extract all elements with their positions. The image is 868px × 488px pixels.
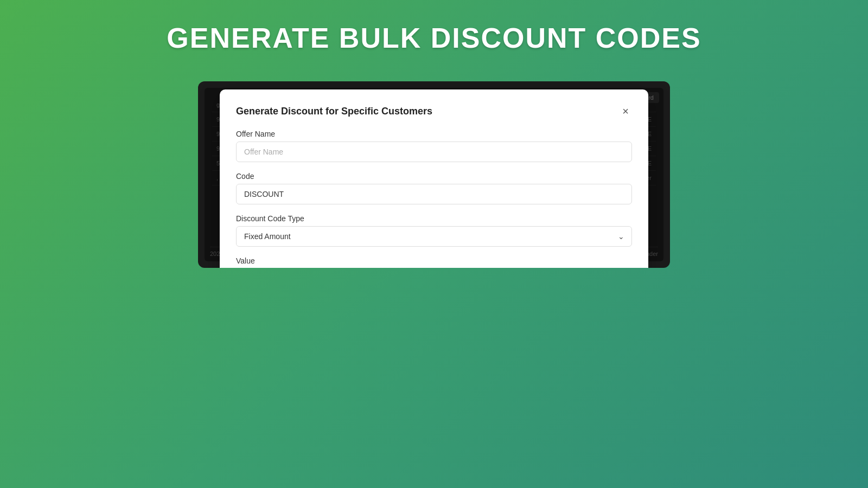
discount-type-group: Discount Code Type Fixed Amount Percenta… <box>236 214 632 247</box>
modal-header: Generate Discount for Specific Customers… <box>236 105 632 118</box>
offer-name-input[interactable] <box>236 142 632 162</box>
value-group: Value $ <box>236 256 632 268</box>
modal-overlay: Generate Discount for Specific Customers… <box>198 81 670 268</box>
discount-type-label: Discount Code Type <box>236 214 632 223</box>
modal-title: Generate Discount for Specific Customers <box>236 106 432 117</box>
code-input[interactable] <box>236 184 632 204</box>
code-label: Code <box>236 172 632 181</box>
value-label: Value <box>236 256 632 265</box>
offer-name-label: Offer Name <box>236 130 632 138</box>
discount-type-select-wrapper: Fixed Amount Percentage Free Shipping ⌄ <box>236 226 632 247</box>
offer-name-group: Offer Name <box>236 130 632 162</box>
background-panel: Dashboard gin Se 9, 20 Estimate email@gm… <box>198 81 670 268</box>
code-group: Code <box>236 172 632 204</box>
modal-dialog: Generate Discount for Specific Customers… <box>220 89 648 268</box>
modal-close-button[interactable]: × <box>619 105 632 118</box>
discount-type-select[interactable]: Fixed Amount Percentage Free Shipping <box>236 226 632 247</box>
page-title: GENERATE BULK DISCOUNT CODES <box>167 22 701 54</box>
